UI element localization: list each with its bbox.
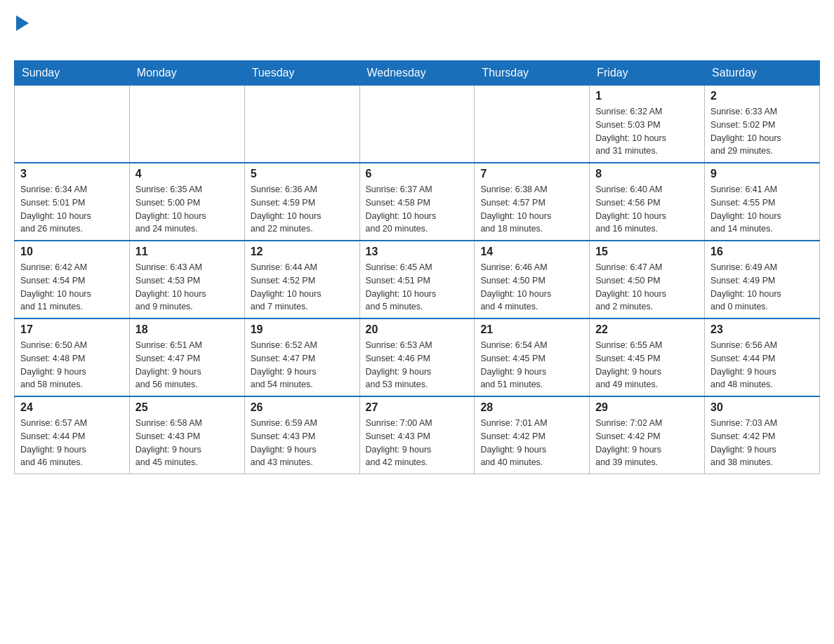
day-info: Sunrise: 6:54 AM Sunset: 4:45 PM Dayligh…	[480, 339, 583, 391]
day-number: 9	[710, 168, 814, 180]
calendar-cell	[15, 86, 130, 163]
calendar-cell: 26Sunrise: 6:59 AM Sunset: 4:43 PM Dayli…	[244, 396, 359, 474]
calendar-cell: 6Sunrise: 6:37 AM Sunset: 4:58 PM Daylig…	[359, 163, 475, 241]
day-info: Sunrise: 6:32 AM Sunset: 5:03 PM Dayligh…	[595, 105, 699, 158]
calendar-cell: 3Sunrise: 6:34 AM Sunset: 5:01 PM Daylig…	[15, 163, 130, 241]
day-info: Sunrise: 6:44 AM Sunset: 4:52 PM Dayligh…	[251, 261, 354, 314]
day-number: 22	[595, 323, 699, 336]
day-header-wednesday: Wednesday	[359, 61, 475, 86]
page-header	[14, 14, 820, 53]
day-info: Sunrise: 7:01 AM Sunset: 4:42 PM Dayligh…	[480, 417, 583, 469]
calendar-cell	[359, 86, 475, 163]
logo	[14, 14, 29, 53]
day-header-monday: Monday	[129, 61, 244, 86]
day-number: 24	[20, 401, 124, 414]
day-info: Sunrise: 6:49 AM Sunset: 4:49 PM Dayligh…	[710, 261, 814, 314]
day-number: 15	[595, 246, 699, 258]
calendar-table: SundayMondayTuesdayWednesdayThursdayFrid…	[14, 60, 820, 474]
day-number: 21	[480, 323, 583, 336]
calendar-cell: 10Sunrise: 6:42 AM Sunset: 4:54 PM Dayli…	[15, 241, 130, 318]
day-info: Sunrise: 6:35 AM Sunset: 5:00 PM Dayligh…	[135, 183, 239, 236]
day-info: Sunrise: 6:52 AM Sunset: 4:47 PM Dayligh…	[251, 339, 354, 391]
day-number: 11	[135, 246, 239, 258]
calendar-cell	[129, 86, 244, 163]
calendar-cell: 13Sunrise: 6:45 AM Sunset: 4:51 PM Dayli…	[359, 241, 475, 318]
calendar-week-1: 1Sunrise: 6:32 AM Sunset: 5:03 PM Daylig…	[15, 86, 820, 163]
calendar-cell: 30Sunrise: 7:03 AM Sunset: 4:42 PM Dayli…	[705, 396, 820, 474]
day-number: 23	[710, 323, 814, 336]
calendar-cell	[244, 86, 359, 163]
day-number: 2	[710, 90, 814, 102]
day-info: Sunrise: 6:36 AM Sunset: 4:59 PM Dayligh…	[251, 183, 354, 236]
calendar-cell: 28Sunrise: 7:01 AM Sunset: 4:42 PM Dayli…	[475, 396, 590, 474]
day-info: Sunrise: 6:42 AM Sunset: 4:54 PM Dayligh…	[20, 261, 124, 314]
day-number: 25	[135, 401, 239, 414]
calendar-cell: 14Sunrise: 6:46 AM Sunset: 4:50 PM Dayli…	[475, 241, 590, 318]
calendar-cell: 25Sunrise: 6:58 AM Sunset: 4:43 PM Dayli…	[129, 396, 244, 474]
logo-triangle-icon	[16, 15, 29, 34]
day-header-tuesday: Tuesday	[244, 61, 359, 86]
calendar-cell: 21Sunrise: 6:54 AM Sunset: 4:45 PM Dayli…	[475, 318, 590, 396]
day-number: 4	[135, 168, 239, 180]
calendar-cell: 16Sunrise: 6:49 AM Sunset: 4:49 PM Dayli…	[705, 241, 820, 318]
calendar-cell: 22Sunrise: 6:55 AM Sunset: 4:45 PM Dayli…	[590, 318, 705, 396]
day-number: 17	[20, 323, 124, 336]
day-number: 5	[251, 168, 354, 180]
day-number: 18	[135, 323, 239, 336]
day-info: Sunrise: 6:53 AM Sunset: 4:46 PM Dayligh…	[366, 339, 469, 391]
day-number: 1	[595, 90, 699, 102]
day-number: 14	[480, 246, 583, 258]
day-info: Sunrise: 6:40 AM Sunset: 4:56 PM Dayligh…	[595, 183, 699, 236]
calendar-week-4: 17Sunrise: 6:50 AM Sunset: 4:48 PM Dayli…	[15, 318, 820, 396]
day-number: 3	[20, 168, 124, 180]
day-number: 26	[251, 401, 354, 414]
day-info: Sunrise: 6:51 AM Sunset: 4:47 PM Dayligh…	[135, 339, 239, 391]
calendar-cell: 2Sunrise: 6:33 AM Sunset: 5:02 PM Daylig…	[705, 86, 820, 163]
day-number: 30	[710, 401, 814, 414]
day-number: 29	[595, 401, 699, 414]
day-number: 16	[710, 246, 814, 258]
calendar-cell	[475, 86, 590, 163]
calendar-cell: 19Sunrise: 6:52 AM Sunset: 4:47 PM Dayli…	[244, 318, 359, 396]
day-info: Sunrise: 6:58 AM Sunset: 4:43 PM Dayligh…	[135, 417, 239, 469]
day-info: Sunrise: 6:37 AM Sunset: 4:58 PM Dayligh…	[366, 183, 469, 236]
day-number: 7	[480, 168, 583, 180]
calendar-week-3: 10Sunrise: 6:42 AM Sunset: 4:54 PM Dayli…	[15, 241, 820, 318]
day-header-friday: Friday	[590, 61, 705, 86]
day-info: Sunrise: 6:46 AM Sunset: 4:50 PM Dayligh…	[480, 261, 583, 314]
calendar-cell: 12Sunrise: 6:44 AM Sunset: 4:52 PM Dayli…	[244, 241, 359, 318]
calendar-cell: 4Sunrise: 6:35 AM Sunset: 5:00 PM Daylig…	[129, 163, 244, 241]
day-info: Sunrise: 6:45 AM Sunset: 4:51 PM Dayligh…	[366, 261, 469, 314]
day-info: Sunrise: 6:55 AM Sunset: 4:45 PM Dayligh…	[595, 339, 699, 391]
day-number: 28	[480, 401, 583, 414]
calendar-cell: 29Sunrise: 7:02 AM Sunset: 4:42 PM Dayli…	[590, 396, 705, 474]
day-info: Sunrise: 6:34 AM Sunset: 5:01 PM Dayligh…	[20, 183, 124, 236]
day-header-sunday: Sunday	[15, 61, 130, 86]
calendar-header-row: SundayMondayTuesdayWednesdayThursdayFrid…	[15, 61, 820, 86]
calendar-cell: 7Sunrise: 6:38 AM Sunset: 4:57 PM Daylig…	[475, 163, 590, 241]
day-info: Sunrise: 7:00 AM Sunset: 4:43 PM Dayligh…	[366, 417, 469, 469]
svg-marker-0	[16, 15, 29, 31]
calendar-cell: 17Sunrise: 6:50 AM Sunset: 4:48 PM Dayli…	[15, 318, 130, 396]
calendar-cell: 24Sunrise: 6:57 AM Sunset: 4:44 PM Dayli…	[15, 396, 130, 474]
calendar-week-2: 3Sunrise: 6:34 AM Sunset: 5:01 PM Daylig…	[15, 163, 820, 241]
day-info: Sunrise: 6:43 AM Sunset: 4:53 PM Dayligh…	[135, 261, 239, 314]
day-info: Sunrise: 6:33 AM Sunset: 5:02 PM Dayligh…	[710, 105, 814, 158]
day-info: Sunrise: 6:59 AM Sunset: 4:43 PM Dayligh…	[251, 417, 354, 469]
calendar-week-5: 24Sunrise: 6:57 AM Sunset: 4:44 PM Dayli…	[15, 396, 820, 474]
day-number: 27	[366, 401, 469, 414]
day-info: Sunrise: 6:56 AM Sunset: 4:44 PM Dayligh…	[710, 339, 814, 391]
day-info: Sunrise: 6:47 AM Sunset: 4:50 PM Dayligh…	[595, 261, 699, 314]
day-info: Sunrise: 7:02 AM Sunset: 4:42 PM Dayligh…	[595, 417, 699, 469]
calendar-cell: 5Sunrise: 6:36 AM Sunset: 4:59 PM Daylig…	[244, 163, 359, 241]
day-header-thursday: Thursday	[475, 61, 590, 86]
calendar-cell: 9Sunrise: 6:41 AM Sunset: 4:55 PM Daylig…	[705, 163, 820, 241]
day-info: Sunrise: 6:50 AM Sunset: 4:48 PM Dayligh…	[20, 339, 124, 391]
day-number: 6	[366, 168, 469, 180]
day-header-saturday: Saturday	[705, 61, 820, 86]
day-number: 12	[251, 246, 354, 258]
calendar-cell: 23Sunrise: 6:56 AM Sunset: 4:44 PM Dayli…	[705, 318, 820, 396]
day-info: Sunrise: 6:38 AM Sunset: 4:57 PM Dayligh…	[480, 183, 583, 236]
day-number: 19	[251, 323, 354, 336]
day-info: Sunrise: 6:57 AM Sunset: 4:44 PM Dayligh…	[20, 417, 124, 469]
